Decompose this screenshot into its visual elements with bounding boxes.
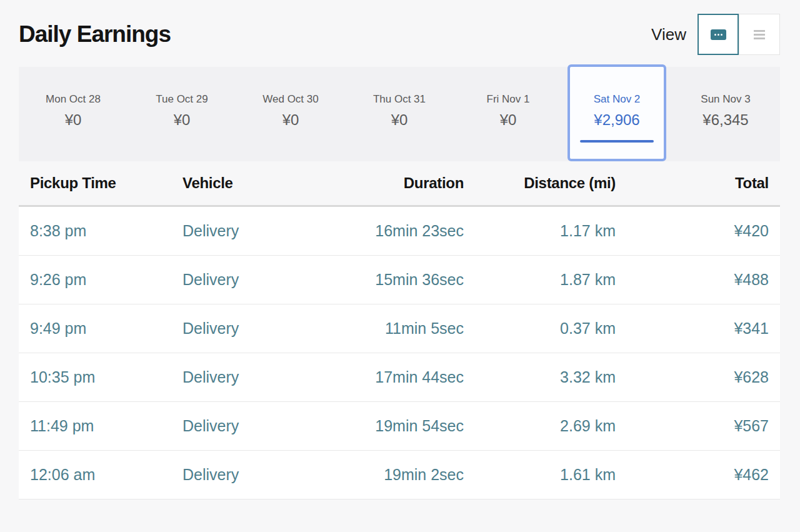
pickup-time-cell: 9:49 pm bbox=[30, 319, 182, 338]
page-title: Daily Earnings bbox=[19, 21, 171, 48]
card-view-icon bbox=[711, 29, 726, 40]
day-tab[interactable]: Mon Oct 28¥0 bbox=[19, 67, 128, 161]
view-toggle-group bbox=[698, 14, 780, 55]
total-cell: ¥488 bbox=[616, 271, 769, 289]
table-row: 9:49 pmDelivery11min 5sec0.37 km¥341 bbox=[19, 304, 780, 353]
column-header-total: Total bbox=[616, 174, 769, 192]
duration-cell: 19min 2sec bbox=[308, 466, 464, 484]
day-tab[interactable]: Sun Nov 3¥6,345 bbox=[671, 67, 780, 161]
day-selector: Mon Oct 28¥0Tue Oct 29¥0Wed Oct 30¥0Thu … bbox=[19, 67, 780, 161]
total-cell: ¥462 bbox=[616, 466, 769, 484]
table-header-row: Pickup Time Vehicle Duration Distance (m… bbox=[19, 161, 780, 205]
day-tab-amount: ¥0 bbox=[391, 111, 408, 129]
top-bar: Daily Earnings View bbox=[19, 13, 780, 56]
day-tab-label: Sat Nov 2 bbox=[594, 93, 641, 106]
list-view-icon bbox=[754, 30, 765, 39]
day-tab[interactable]: Thu Oct 31¥0 bbox=[345, 67, 454, 161]
vehicle-cell: Delivery bbox=[182, 466, 308, 484]
vehicle-cell: Delivery bbox=[182, 271, 308, 289]
pickup-time-cell: 10:35 pm bbox=[30, 368, 182, 386]
distance-cell: 0.37 km bbox=[464, 319, 616, 338]
total-cell: ¥341 bbox=[616, 319, 769, 338]
day-tab-amount: ¥0 bbox=[282, 111, 299, 129]
vehicle-cell: Delivery bbox=[182, 417, 308, 435]
table-row: 8:38 pmDelivery16min 23sec1.17 km¥420 bbox=[19, 207, 780, 256]
total-cell: ¥567 bbox=[616, 417, 769, 435]
column-header-vehicle: Vehicle bbox=[182, 174, 308, 192]
table-body: 8:38 pmDelivery16min 23sec1.17 km¥4209:2… bbox=[19, 207, 780, 499]
column-header-distance: Distance (mi) bbox=[464, 174, 616, 192]
pickup-time-cell: 11:49 pm bbox=[30, 417, 182, 435]
vehicle-cell: Delivery bbox=[182, 368, 308, 386]
day-tab-amount: ¥0 bbox=[174, 111, 191, 129]
earnings-table: Pickup Time Vehicle Duration Distance (m… bbox=[19, 161, 780, 499]
day-tab[interactable]: Tue Oct 29¥0 bbox=[128, 67, 236, 161]
day-tab-amount: ¥0 bbox=[65, 111, 82, 129]
view-label: View bbox=[651, 25, 686, 44]
total-cell: ¥628 bbox=[616, 368, 769, 386]
distance-cell: 1.87 km bbox=[464, 271, 616, 289]
day-tab-label: Thu Oct 31 bbox=[373, 93, 426, 106]
distance-cell: 2.69 km bbox=[464, 417, 616, 435]
view-toggle-area: View bbox=[651, 14, 780, 55]
day-tab-label: Sun Nov 3 bbox=[701, 93, 750, 106]
table-row: 11:49 pmDelivery19min 54sec2.69 km¥567 bbox=[19, 402, 780, 451]
day-tab-amount: ¥0 bbox=[500, 111, 517, 129]
day-tab-amount: ¥2,906 bbox=[594, 111, 639, 129]
duration-cell: 11min 5sec bbox=[308, 319, 464, 338]
table-row: 12:06 amDelivery19min 2sec1.61 km¥462 bbox=[19, 451, 780, 499]
day-tab[interactable]: Fri Nov 1¥0 bbox=[454, 67, 562, 161]
duration-cell: 15min 36sec bbox=[308, 271, 464, 289]
total-cell: ¥420 bbox=[616, 222, 769, 240]
duration-cell: 16min 23sec bbox=[308, 222, 464, 240]
column-header-duration: Duration bbox=[308, 174, 464, 192]
table-row: 10:35 pmDelivery17min 44sec3.32 km¥628 bbox=[19, 353, 780, 402]
selected-day-underline bbox=[580, 140, 654, 143]
column-header-pickup-time: Pickup Time bbox=[30, 174, 182, 192]
distance-cell: 3.32 km bbox=[464, 368, 616, 386]
pickup-time-cell: 8:38 pm bbox=[30, 222, 182, 240]
vehicle-cell: Delivery bbox=[182, 319, 308, 338]
duration-cell: 19min 54sec bbox=[308, 417, 464, 435]
pickup-time-cell: 9:26 pm bbox=[30, 271, 182, 289]
day-tab-label: Wed Oct 30 bbox=[262, 93, 318, 106]
pickup-time-cell: 12:06 am bbox=[30, 466, 182, 484]
list-view-button[interactable] bbox=[739, 14, 780, 55]
day-tab-label: Mon Oct 28 bbox=[46, 93, 101, 106]
vehicle-cell: Delivery bbox=[182, 222, 308, 240]
duration-cell: 17min 44sec bbox=[308, 368, 464, 386]
day-tab-label: Fri Nov 1 bbox=[487, 93, 530, 106]
distance-cell: 1.61 km bbox=[464, 466, 616, 484]
card-view-button[interactable] bbox=[698, 14, 739, 55]
day-tab-label: Tue Oct 29 bbox=[156, 93, 208, 106]
day-tab[interactable]: Wed Oct 30¥0 bbox=[236, 67, 345, 161]
distance-cell: 1.17 km bbox=[464, 222, 616, 240]
day-tab[interactable]: Sat Nov 2¥2,906 bbox=[562, 67, 671, 161]
table-row: 9:26 pmDelivery15min 36sec1.87 km¥488 bbox=[19, 256, 780, 304]
day-tab-amount: ¥6,345 bbox=[702, 111, 748, 129]
